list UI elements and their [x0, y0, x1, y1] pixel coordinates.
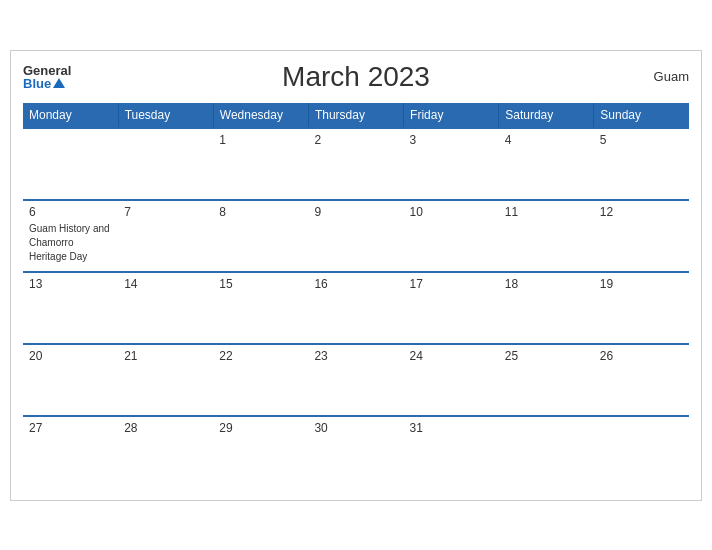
day-number: 4: [505, 133, 588, 147]
table-row: 6Guam History and Chamorro Heritage Day: [23, 200, 118, 272]
day-number: 6: [29, 205, 112, 219]
day-number: 5: [600, 133, 683, 147]
day-number: 17: [410, 277, 493, 291]
table-row: [594, 416, 689, 488]
table-row: 14: [118, 272, 213, 344]
table-row: 27: [23, 416, 118, 488]
table-row: 1: [213, 128, 308, 200]
calendar-week-row: 20212223242526: [23, 344, 689, 416]
day-number: 15: [219, 277, 302, 291]
logo: General Blue: [23, 64, 71, 90]
day-number: 3: [410, 133, 493, 147]
table-row: 28: [118, 416, 213, 488]
day-number: 22: [219, 349, 302, 363]
table-row: 23: [308, 344, 403, 416]
event-text: Guam History and Chamorro Heritage Day: [29, 223, 110, 262]
day-number: 26: [600, 349, 683, 363]
day-number: 2: [314, 133, 397, 147]
calendar-week-row: 13141516171819: [23, 272, 689, 344]
day-number: 29: [219, 421, 302, 435]
table-row: 12: [594, 200, 689, 272]
table-row: 29: [213, 416, 308, 488]
header-monday: Monday: [23, 103, 118, 128]
day-number: 28: [124, 421, 207, 435]
table-row: 16: [308, 272, 403, 344]
day-number: 14: [124, 277, 207, 291]
day-number: 9: [314, 205, 397, 219]
header-wednesday: Wednesday: [213, 103, 308, 128]
table-row: 3: [404, 128, 499, 200]
day-number: 7: [124, 205, 207, 219]
day-number: 21: [124, 349, 207, 363]
day-number: 23: [314, 349, 397, 363]
day-number: 13: [29, 277, 112, 291]
day-number: 19: [600, 277, 683, 291]
header-sunday: Sunday: [594, 103, 689, 128]
header-tuesday: Tuesday: [118, 103, 213, 128]
table-row: 10: [404, 200, 499, 272]
calendar-week-row: 2728293031: [23, 416, 689, 488]
calendar-grid: Monday Tuesday Wednesday Thursday Friday…: [23, 103, 689, 488]
day-number: 1: [219, 133, 302, 147]
logo-general-text: General: [23, 64, 71, 77]
header-friday: Friday: [404, 103, 499, 128]
table-row: 30: [308, 416, 403, 488]
table-row: 7: [118, 200, 213, 272]
table-row: 13: [23, 272, 118, 344]
day-number: 11: [505, 205, 588, 219]
table-row: 15: [213, 272, 308, 344]
day-number: 18: [505, 277, 588, 291]
table-row: 2: [308, 128, 403, 200]
table-row: 21: [118, 344, 213, 416]
day-number: 27: [29, 421, 112, 435]
header-saturday: Saturday: [499, 103, 594, 128]
table-row: 9: [308, 200, 403, 272]
table-row: 25: [499, 344, 594, 416]
day-number: 16: [314, 277, 397, 291]
day-number: 24: [410, 349, 493, 363]
day-number: 12: [600, 205, 683, 219]
table-row: 8: [213, 200, 308, 272]
table-row: 22: [213, 344, 308, 416]
calendar-week-row: 12345: [23, 128, 689, 200]
table-row: 4: [499, 128, 594, 200]
weekday-header-row: Monday Tuesday Wednesday Thursday Friday…: [23, 103, 689, 128]
day-number: 8: [219, 205, 302, 219]
table-row: 24: [404, 344, 499, 416]
calendar-header: General Blue March 2023 Guam: [23, 61, 689, 93]
day-number: 31: [410, 421, 493, 435]
table-row: 19: [594, 272, 689, 344]
table-row: 18: [499, 272, 594, 344]
table-row: 11: [499, 200, 594, 272]
calendar-week-row: 6Guam History and Chamorro Heritage Day7…: [23, 200, 689, 272]
table-row: [23, 128, 118, 200]
header-thursday: Thursday: [308, 103, 403, 128]
day-number: 20: [29, 349, 112, 363]
day-number: 25: [505, 349, 588, 363]
calendar-title: March 2023: [282, 61, 430, 93]
logo-triangle-icon: [53, 78, 65, 88]
table-row: [499, 416, 594, 488]
table-row: 20: [23, 344, 118, 416]
region-label: Guam: [654, 69, 689, 84]
day-number: 10: [410, 205, 493, 219]
table-row: 26: [594, 344, 689, 416]
table-row: 5: [594, 128, 689, 200]
table-row: 31: [404, 416, 499, 488]
table-row: 17: [404, 272, 499, 344]
day-number: 30: [314, 421, 397, 435]
logo-blue-text: Blue: [23, 77, 71, 90]
table-row: [118, 128, 213, 200]
calendar-container: General Blue March 2023 Guam Monday Tues…: [10, 50, 702, 501]
